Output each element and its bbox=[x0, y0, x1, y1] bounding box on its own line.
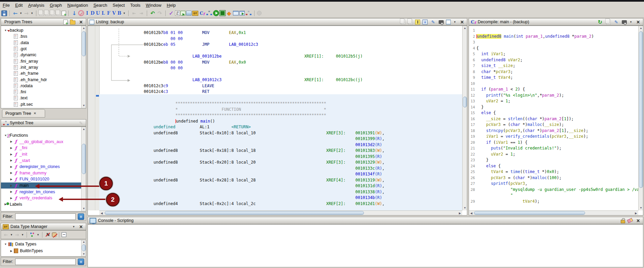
tree-item-builtintypes[interactable]: ▶BuiltInTypes bbox=[1, 247, 86, 254]
filter-options-icon[interactable]: ≡ bbox=[78, 259, 84, 265]
decompile-vertical-scrollbar[interactable]: ▲ ▼ bbox=[638, 26, 643, 210]
symbol-filter-input[interactable] bbox=[15, 213, 76, 220]
listing-row[interactable]: undefined8 Stack[-0x28]:8 local_28 XREF[… bbox=[100, 178, 384, 183]
listing-row[interactable]: 00 00 bbox=[100, 66, 183, 71]
toggle-margin-icon[interactable]: ↓ bbox=[422, 20, 428, 25]
decompile-line[interactable]: strncpy(pcVar3,(char *)param_2[1],__size… bbox=[476, 128, 588, 133]
run-script-icon[interactable] bbox=[213, 10, 219, 16]
function-graph-icon[interactable] bbox=[206, 10, 212, 16]
menu-caret-icon[interactable]: ▾ bbox=[72, 224, 75, 230]
tree-item-_fini[interactable]: ▶ƒ_fini bbox=[1, 145, 86, 151]
letter-v-icon[interactable]: V bbox=[112, 10, 116, 16]
paste-icon[interactable] bbox=[44, 10, 48, 15]
decompile-line[interactable]: uVar2 = 1; bbox=[476, 152, 515, 157]
decompile-line[interactable]: iVar1 = verify_credentials(pcVar3,__size… bbox=[476, 134, 588, 139]
scroll-up-icon[interactable]: ▲ bbox=[81, 240, 86, 244]
tree-item-.rodata[interactable]: .rodata bbox=[1, 83, 86, 89]
program-tree-scrollbar[interactable]: ▲ ▼ bbox=[81, 26, 86, 108]
decompile-line[interactable]: pcVar3 = (char *)malloc(100); bbox=[476, 175, 562, 180]
scroll-up-icon[interactable]: ▲ bbox=[639, 26, 643, 30]
data-type-manager-icon[interactable] bbox=[192, 11, 198, 16]
menu-tools[interactable]: Tools bbox=[128, 2, 143, 8]
tab-close-icon[interactable]: ✕ bbox=[33, 111, 36, 115]
scroll-up-icon[interactable]: ▲ bbox=[81, 26, 86, 30]
scroll-right-icon[interactable]: ▶ bbox=[457, 211, 462, 215]
decompile-line[interactable]: uVar2 = 1; bbox=[476, 99, 510, 104]
console-output[interactable] bbox=[88, 224, 643, 267]
data-types-filter-input[interactable] bbox=[15, 259, 76, 265]
decompile-line[interactable]: } bbox=[476, 105, 484, 110]
tree-item-.fini_array[interactable]: .fini_array bbox=[1, 58, 86, 64]
hide-arrays-icon[interactable]: N bbox=[45, 232, 51, 238]
listing-row[interactable]: 0010134b(R) bbox=[100, 195, 382, 200]
new-tree-icon[interactable] bbox=[63, 20, 68, 25]
menu-edit[interactable]: Edit bbox=[12, 2, 25, 8]
listing-navigation-margin[interactable] bbox=[88, 26, 100, 210]
forward-caret-icon[interactable]: ▾ bbox=[21, 232, 24, 238]
copy-special-icon[interactable] bbox=[50, 10, 54, 15]
tree-item-.got[interactable]: .got bbox=[1, 46, 86, 52]
listing-row[interactable]: ****************************************… bbox=[100, 101, 326, 106]
tree-item-datatypes[interactable]: ▼Data Types bbox=[1, 241, 86, 247]
tree-item-_start[interactable]: ▶ƒ_start bbox=[1, 157, 86, 164]
back-caret-icon[interactable]: ▾ bbox=[10, 232, 13, 238]
menu-caret-icon[interactable]: ▾ bbox=[629, 19, 633, 25]
copy-icon[interactable] bbox=[38, 10, 43, 15]
listing-row[interactable]: 0010134f(R) bbox=[100, 172, 382, 177]
letter-f-icon[interactable]: F bbox=[106, 10, 111, 16]
expander-icon[interactable]: ▶ bbox=[9, 140, 14, 143]
patch-instruction-icon[interactable] bbox=[62, 11, 66, 16]
listing-horizontal-scrollbar[interactable]: ◀ ▶ bbox=[99, 210, 462, 215]
scroll-thumb[interactable] bbox=[463, 97, 467, 107]
tree-item-__do_global_dtors_aux[interactable]: ▶ƒ__do_global_dtors_aux bbox=[1, 139, 86, 145]
menu-analysis[interactable]: Analysis bbox=[25, 2, 47, 8]
tree-item-.eh_frame_hdr[interactable]: .eh_frame_hdr bbox=[1, 76, 86, 82]
forward-icon[interactable]: → bbox=[14, 232, 20, 238]
letter-l-icon[interactable]: L bbox=[101, 10, 106, 16]
letter-menu-caret-icon[interactable]: ▾ bbox=[123, 10, 126, 16]
decompile-line[interactable]: " bbox=[476, 193, 513, 198]
scroll-right-icon[interactable]: ▶ bbox=[634, 211, 638, 215]
clone-window-icon[interactable] bbox=[446, 20, 451, 25]
listing-row[interactable]: 00101338(R), bbox=[100, 190, 384, 195]
associations-icon[interactable] bbox=[29, 232, 36, 238]
listing-row[interactable]: undefined8 Stack[-0x10]:8 local_10 XREF[… bbox=[100, 131, 384, 136]
decompile-horizontal-scrollbar[interactable]: ◀ ▶ bbox=[469, 210, 638, 215]
snapshot-icon[interactable] bbox=[439, 20, 444, 24]
expander-icon[interactable]: ▶ bbox=[9, 153, 14, 156]
expander-icon[interactable]: ▶ bbox=[9, 159, 14, 162]
decompile-line[interactable]: else { bbox=[476, 164, 501, 169]
listing-row[interactable]: 00 00 bbox=[100, 36, 183, 41]
redo-icon[interactable]: ↷ bbox=[157, 10, 163, 16]
open-folder-icon[interactable] bbox=[70, 21, 75, 25]
decompile-line[interactable]: else { bbox=[476, 110, 496, 115]
listing-row[interactable]: 001013d2(R) bbox=[100, 142, 382, 147]
listing-row[interactable]: 001012c3c9 LEAVE bbox=[100, 83, 214, 89]
expander-icon[interactable]: ▼ bbox=[3, 243, 8, 246]
decompile-line[interactable]: if (param_1 < 2) { bbox=[476, 87, 525, 92]
scroll-thumb[interactable] bbox=[82, 244, 86, 251]
listing-row[interactable]: undefined main() bbox=[100, 119, 215, 124]
scroll-up-icon[interactable]: ▲ bbox=[81, 127, 86, 131]
letter-d-icon[interactable]: D bbox=[90, 10, 95, 16]
decompile-line[interactable]: undefined8 uVar2; bbox=[476, 58, 522, 63]
undo-icon[interactable]: ↶ bbox=[149, 10, 156, 16]
menu-help[interactable]: Help bbox=[164, 2, 178, 8]
binary-icon[interactable] bbox=[175, 10, 180, 16]
scroll-up-icon[interactable]: ▲ bbox=[463, 26, 467, 30]
decompile-line[interactable]: } bbox=[476, 158, 488, 163]
tree-item-.plt.sec[interactable]: .plt.sec bbox=[1, 101, 86, 107]
navigation-marker[interactable] bbox=[96, 95, 99, 97]
listing-row[interactable]: 001012bceb 05 JMP LAB_001012c3 bbox=[100, 42, 258, 47]
tree-item-register_tm_clones[interactable]: ▶ƒregister_tm_clones bbox=[1, 189, 86, 195]
close-icon[interactable]: × bbox=[78, 19, 84, 25]
scroll-lock-icon[interactable] bbox=[621, 220, 625, 223]
validate-icon[interactable]: ✓ bbox=[168, 10, 174, 16]
tree-item-_init[interactable]: ▶ƒ_init bbox=[1, 151, 86, 158]
filter-options-icon[interactable]: ≡ bbox=[78, 213, 84, 220]
tree-item-.data[interactable]: .data bbox=[1, 40, 86, 46]
refresh-icon[interactable]: ↻ bbox=[597, 19, 603, 25]
expander-icon[interactable]: ▶ bbox=[9, 171, 14, 174]
scroll-down-icon[interactable]: ▼ bbox=[81, 207, 86, 211]
decompile-code-area[interactable]: 12undefined8 main(int param_1,undefined8… bbox=[469, 26, 638, 210]
